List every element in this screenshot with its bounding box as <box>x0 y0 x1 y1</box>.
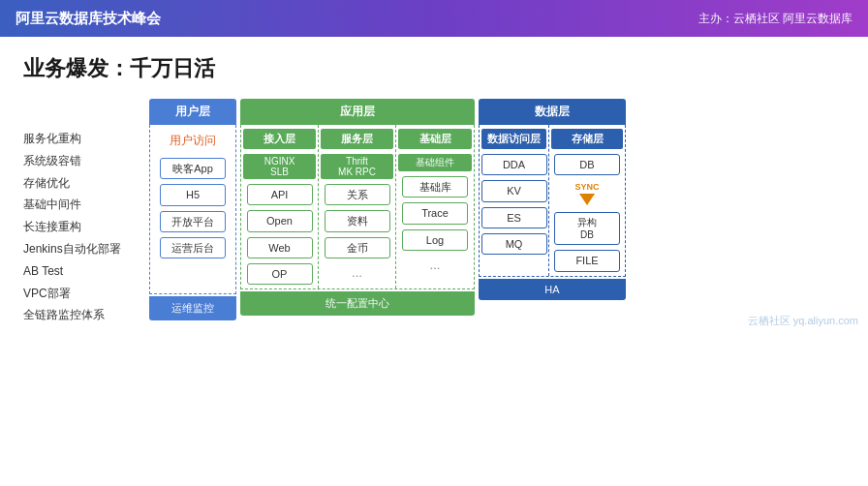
list-item: 系统级容错 <box>23 150 149 172</box>
cell-heterodb: 异构DB <box>554 212 620 245</box>
storage-col: 存储层 DB SYNC 异构DB FILE <box>549 125 625 276</box>
app-layer: 应用层 接入层 NGINXSLB API Open Web OP <box>240 99 475 316</box>
cell-web: Web <box>247 237 313 258</box>
foundation-layer-col: 基础层 基础组件 基础库 Trace Log ... <box>396 125 474 289</box>
list-item: 服务化重构 <box>23 128 149 150</box>
header-title: 阿里云数据库技术峰会 <box>16 10 161 28</box>
diagram: 用户层 用户访问 映客App H5 开放平台 运营后台 运维监控 应用层 <box>149 99 845 326</box>
foundation-layer-label: 基础层 <box>398 129 472 149</box>
cell-mq: MQ <box>481 233 547 255</box>
cell-db: DB <box>554 154 620 175</box>
cell-ellipsis-2: ... <box>430 256 441 274</box>
data-access-col: 数据访问层 DDA KV ES MQ <box>480 125 549 276</box>
cell-trace: Trace <box>402 202 468 224</box>
cell-open: Open <box>247 210 313 231</box>
data-access-label: 数据访问层 <box>481 129 546 149</box>
sync-arrow: SYNC <box>574 180 599 207</box>
list-item: 存储优化 <box>23 172 149 195</box>
user-layer: 用户层 用户访问 映客App H5 开放平台 运营后台 运维监控 <box>149 99 236 320</box>
cell-relation: 关系 <box>325 184 390 205</box>
cell-kv: KV <box>481 180 547 201</box>
list-item: 长连接重构 <box>23 216 149 238</box>
cell-operations: 运营后台 <box>160 237 226 258</box>
cell-op: OP <box>247 263 313 285</box>
main-layout: 服务化重构 系统级容错 存储优化 基础中间件 长连接重构 Jenkins自动化部… <box>23 99 845 326</box>
cell-api: API <box>247 184 313 205</box>
cell-openplatform: 开放平台 <box>160 211 226 232</box>
service-layer-col: 服务层 ThriftMK RPC 关系 资料 金币 ... <box>319 125 396 289</box>
cell-yingke: 映客App <box>160 158 226 179</box>
base-component-label: 基础组件 <box>398 154 472 171</box>
nginx-slb-label: NGINXSLB <box>243 154 316 179</box>
storage-layer-label: 存储层 <box>551 129 623 149</box>
left-list: 服务化重构 系统级容错 存储优化 基础中间件 长连接重构 Jenkins自动化部… <box>23 99 149 326</box>
app-layer-footer: 统一配置中心 <box>240 291 475 316</box>
cell-gold: 金币 <box>325 237 390 258</box>
list-item: 基础中间件 <box>23 194 149 216</box>
cell-baselib: 基础库 <box>402 176 468 197</box>
header-right: 主办：云栖社区 阿里云数据库 <box>698 11 852 27</box>
cell-es: ES <box>481 207 547 228</box>
cell-dda: DDA <box>481 154 547 175</box>
user-layer-header: 用户层 <box>149 99 236 125</box>
data-layer-cols: 数据访问层 DDA KV ES MQ 存储层 DB SYNC <box>479 125 626 277</box>
data-layer-header: 数据层 <box>479 99 626 125</box>
access-layer-label: 接入层 <box>243 129 316 149</box>
cell-file: FILE <box>554 250 620 271</box>
access-layer-col: 接入层 NGINXSLB API Open Web OP <box>241 125 319 289</box>
cell-ellipsis-1: ... <box>352 263 362 282</box>
list-item: VPC部署 <box>23 283 149 305</box>
data-layer-footer: HA <box>479 279 626 300</box>
cell-profile: 资料 <box>325 210 390 231</box>
list-item: AB Test <box>23 260 149 283</box>
app-layer-cols: 接入层 NGINXSLB API Open Web OP 服务层 ThriftM… <box>240 125 475 289</box>
app-layer-header: 应用层 <box>240 99 475 125</box>
cell-log: Log <box>402 229 468 251</box>
user-access-label: 用户访问 <box>170 131 216 153</box>
list-item: 全链路监控体系 <box>23 304 149 326</box>
data-layer: 数据层 数据访问层 DDA KV ES MQ 存储层 <box>479 99 626 300</box>
content: 业务爆发：千万日活 服务化重构 系统级容错 存储优化 基础中间件 长连接重构 J… <box>0 37 868 336</box>
thrift-rpc-label: ThriftMK RPC <box>321 154 393 179</box>
cell-h5: H5 <box>160 184 226 205</box>
list-item: Jenkins自动化部署 <box>23 238 149 260</box>
user-layer-footer: 运维监控 <box>149 296 236 320</box>
service-layer-label: 服务层 <box>321 129 393 149</box>
header: 阿里云数据库技术峰会 主办：云栖社区 阿里云数据库 <box>0 0 868 37</box>
page-title: 业务爆发：千万日活 <box>23 54 845 83</box>
